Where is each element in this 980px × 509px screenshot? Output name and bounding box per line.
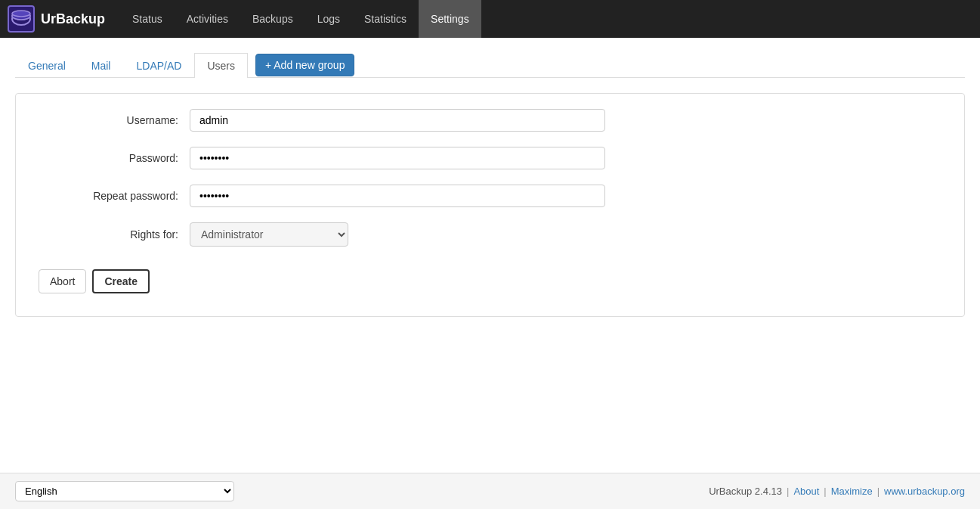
nav-links: Status Activities Backups Logs Statistic… xyxy=(120,0,481,38)
tab-general[interactable]: General xyxy=(15,53,79,78)
username-input[interactable] xyxy=(190,109,605,132)
nav-backups[interactable]: Backups xyxy=(240,0,305,38)
password-row: Password: xyxy=(39,147,941,169)
navbar: UrBackup Status Activities Backups Logs … xyxy=(0,0,980,38)
create-button[interactable]: Create xyxy=(92,269,150,293)
tab-mail[interactable]: Mail xyxy=(79,53,124,78)
version-text: UrBackup 2.4.13 xyxy=(709,486,782,497)
main-content: General Mail LDAP/AD Users + Add new gro… xyxy=(0,38,980,473)
footer: English Deutsch Français Español UrBacku… xyxy=(0,473,980,509)
nav-settings[interactable]: Settings xyxy=(419,0,481,38)
footer-info: UrBackup 2.4.13 | About | Maximize | www… xyxy=(709,486,965,497)
repeat-password-label: Repeat password: xyxy=(39,190,190,202)
about-link[interactable]: About xyxy=(793,486,819,497)
nav-activities[interactable]: Activities xyxy=(175,0,240,38)
abort-button[interactable]: Abort xyxy=(39,269,86,293)
nav-status[interactable]: Status xyxy=(120,0,175,38)
rights-select[interactable]: Administrator User xyxy=(190,222,348,247)
language-select[interactable]: English Deutsch Français Español xyxy=(15,481,234,501)
password-label: Password: xyxy=(39,152,190,164)
brand-icon xyxy=(8,5,35,33)
form-buttons: Abort Create xyxy=(39,262,941,293)
username-label: Username: xyxy=(39,114,190,126)
username-row: Username: xyxy=(39,109,941,132)
svg-point-4 xyxy=(12,11,30,17)
website-link[interactable]: www.urbackup.org xyxy=(884,486,965,497)
tab-ldap[interactable]: LDAP/AD xyxy=(123,53,194,78)
brand-logo[interactable]: UrBackup xyxy=(8,5,105,33)
add-group-button[interactable]: + Add new group xyxy=(255,54,354,76)
sep3: | xyxy=(877,486,880,497)
maximize-link[interactable]: Maximize xyxy=(831,486,873,497)
brand-name: UrBackup xyxy=(41,11,105,27)
nav-logs[interactable]: Logs xyxy=(305,0,352,38)
rights-label: Rights for: xyxy=(39,228,190,241)
rights-row: Rights for: Administrator User xyxy=(39,222,941,247)
password-input[interactable] xyxy=(190,147,605,169)
user-form-panel: Username: Password: Repeat password: Rig… xyxy=(15,93,965,317)
nav-statistics[interactable]: Statistics xyxy=(352,0,419,38)
repeat-password-input[interactable] xyxy=(190,185,605,207)
tab-users[interactable]: Users xyxy=(194,53,248,78)
repeat-password-row: Repeat password: xyxy=(39,185,941,207)
sep1: | xyxy=(787,486,789,497)
sep2: | xyxy=(824,486,826,497)
settings-tabs: General Mail LDAP/AD Users + Add new gro… xyxy=(15,53,965,78)
